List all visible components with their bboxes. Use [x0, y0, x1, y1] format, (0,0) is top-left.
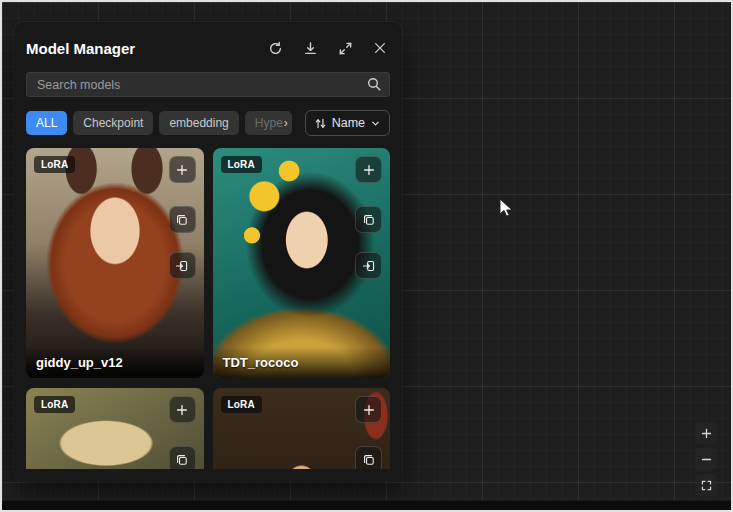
- load-icon: [175, 259, 189, 273]
- add-model-button[interactable]: [169, 396, 196, 423]
- add-model-button[interactable]: [355, 396, 382, 423]
- model-type-badge: LoRA: [34, 156, 75, 173]
- copy-icon: [175, 453, 189, 467]
- model-type-badge: LoRA: [34, 396, 75, 413]
- app-canvas[interactable]: Model Manager: [0, 0, 733, 512]
- plus-icon: [175, 163, 189, 177]
- zoom-out-button[interactable]: [695, 448, 717, 470]
- add-model-button[interactable]: [355, 156, 382, 183]
- model-card-tdt-rococo[interactable]: LoRA TDT_rococo: [213, 148, 391, 378]
- download-icon: [303, 41, 318, 56]
- model-type-badge: LoRA: [221, 156, 262, 173]
- add-model-button[interactable]: [169, 156, 196, 183]
- filter-chip-hypernetwork[interactable]: Hype›: [245, 111, 292, 135]
- search-icon: [366, 76, 382, 92]
- copy-icon: [175, 213, 189, 227]
- panel-actions: [265, 38, 390, 58]
- panel-header: Model Manager: [26, 34, 390, 62]
- load-model-button[interactable]: [169, 252, 196, 279]
- search-bar: [26, 72, 390, 97]
- load-model-button[interactable]: [355, 252, 382, 279]
- model-name: TDT_rococo: [213, 347, 391, 378]
- search-input[interactable]: [26, 72, 390, 97]
- expand-button[interactable]: [335, 38, 355, 58]
- chevron-down-icon: [370, 118, 381, 129]
- model-card-3[interactable]: LoRA: [26, 388, 204, 469]
- filter-chip-all[interactable]: ALL: [26, 111, 67, 135]
- fit-view-icon: [700, 479, 713, 492]
- plus-icon: [362, 403, 376, 417]
- model-card-4[interactable]: LoRA: [213, 388, 391, 469]
- refresh-icon: [268, 41, 283, 56]
- bottom-strip: [2, 501, 731, 510]
- copy-model-button[interactable]: [169, 446, 196, 469]
- refresh-button[interactable]: [265, 38, 285, 58]
- filter-chip-checkpoint[interactable]: Checkpoint: [73, 111, 153, 135]
- copy-model-button[interactable]: [169, 206, 196, 233]
- filter-chip-embedding[interactable]: embedding: [159, 111, 238, 135]
- download-button[interactable]: [300, 38, 320, 58]
- copy-icon: [362, 213, 376, 227]
- close-button[interactable]: [370, 38, 390, 58]
- sort-label: Name: [332, 116, 365, 130]
- model-manager-panel: Model Manager: [14, 22, 402, 481]
- close-icon: [373, 41, 387, 55]
- zoom-in-button[interactable]: [695, 422, 717, 444]
- copy-model-button[interactable]: [355, 446, 382, 469]
- copy-icon: [362, 453, 376, 467]
- minus-icon: [700, 453, 713, 466]
- model-type-badge: LoRA: [221, 396, 262, 413]
- plus-icon: [175, 403, 189, 417]
- mouse-cursor: [499, 198, 515, 220]
- filter-row: ALL Checkpoint embedding Hype› Name: [26, 110, 390, 136]
- canvas-controls: [695, 422, 717, 496]
- copy-model-button[interactable]: [355, 206, 382, 233]
- fit-view-button[interactable]: [695, 474, 717, 496]
- model-name: giddy_up_v12: [26, 347, 204, 378]
- sort-icon: [314, 117, 327, 130]
- chevron-right-icon: ›: [284, 116, 288, 130]
- sort-dropdown[interactable]: Name: [305, 110, 390, 136]
- plus-icon: [362, 163, 376, 177]
- expand-icon: [338, 41, 353, 56]
- load-icon: [362, 259, 376, 273]
- panel-title: Model Manager: [26, 40, 135, 57]
- model-card-grid: LoRA giddy_up_v12 LoRA: [26, 148, 390, 469]
- plus-icon: [700, 427, 713, 440]
- model-card-giddy-up-v12[interactable]: LoRA giddy_up_v12: [26, 148, 204, 378]
